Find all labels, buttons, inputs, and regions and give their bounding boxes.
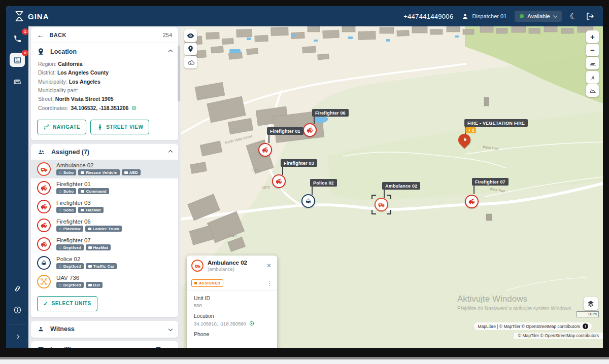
unit-name: Firefighter 06 bbox=[56, 219, 122, 225]
navigate-button[interactable]: NAVIGATE bbox=[37, 120, 86, 134]
marker-label-firefighter-01[interactable]: Firefighter 01 bbox=[267, 127, 303, 135]
type-tag: DJI bbox=[86, 282, 103, 288]
rail-info-button[interactable] bbox=[10, 303, 25, 317]
tilt-icon bbox=[589, 59, 597, 67]
marker-label-police-02[interactable]: Police 02 bbox=[310, 179, 337, 187]
info-icon bbox=[13, 306, 22, 314]
unit-popup: Ambulance 02 (ambulance) ✕ ASSIGNED ⋮ Un… bbox=[187, 256, 277, 348]
zoom-in-button[interactable]: + bbox=[586, 30, 599, 43]
availability-label: Available bbox=[527, 13, 550, 19]
unit-row-firefighter-03[interactable]: Firefighter 03 ⌂Soho HazMat bbox=[31, 197, 178, 216]
marker-leader bbox=[473, 186, 475, 194]
map-marker-firefighter-01[interactable] bbox=[258, 143, 272, 157]
witness-section-toggle[interactable]: Witness bbox=[31, 321, 178, 338]
unit-row-uav-736[interactable]: UAV 736 ⌂Deptford DJI bbox=[31, 272, 178, 291]
station-tag: ⌂Soho bbox=[56, 169, 76, 175]
filter-icon[interactable] bbox=[155, 346, 162, 348]
map-marker-firefighter-07[interactable] bbox=[465, 195, 479, 208]
coordinates-row: Coordinates: 34.106532, -118.351206 bbox=[38, 104, 171, 113]
unit-name: Firefighter 07 bbox=[56, 237, 111, 243]
log-title: Log (8) bbox=[50, 346, 155, 348]
kebab-menu-icon[interactable]: ⋮ bbox=[266, 280, 273, 286]
available-dot bbox=[520, 14, 524, 18]
rail-expand-button[interactable] bbox=[10, 330, 25, 344]
marker-label-firefighter-07[interactable]: Firefighter 07 bbox=[472, 178, 509, 186]
unit-id-field: Unit ID 500 bbox=[194, 295, 270, 308]
rail-divider bbox=[9, 324, 25, 324]
rail-incidents-button[interactable]: 2 bbox=[10, 53, 25, 67]
marker-label-ambulance-02[interactable]: Ambulance 02 bbox=[382, 182, 420, 190]
select-units-button[interactable]: ✓ SELECT UNITS bbox=[37, 296, 97, 311]
dark-mode-toggle[interactable]: ☾ bbox=[568, 11, 579, 22]
fire-unit-count-badge: 2 bbox=[465, 127, 476, 133]
house-number: 1870 bbox=[262, 186, 270, 189]
fire-truck-icon bbox=[37, 237, 51, 251]
log-section-toggle[interactable]: Log (8) bbox=[31, 341, 178, 348]
dispatcher-menu[interactable]: Dispatcher 01 bbox=[461, 13, 506, 20]
map-weather-button[interactable] bbox=[184, 56, 197, 68]
layers-button[interactable] bbox=[584, 297, 598, 310]
unit-name: Police 02 bbox=[56, 256, 117, 262]
zoom-out-button[interactable]: − bbox=[586, 44, 599, 56]
map-pin-tool-button[interactable] bbox=[184, 43, 197, 55]
panel-header: ← BACK 254 bbox=[31, 27, 178, 43]
ambulance-icon bbox=[191, 260, 204, 272]
terrain-button[interactable] bbox=[586, 84, 599, 97]
rail-calls-button[interactable]: 1 bbox=[10, 31, 25, 46]
assigned-section-toggle[interactable]: Assigned (7) bbox=[31, 144, 178, 160]
map-canvas[interactable]: North Vista Street West Trail West Trail… bbox=[181, 26, 603, 348]
map-marker-police-02[interactable] bbox=[301, 194, 315, 208]
selection-brackets bbox=[371, 195, 391, 214]
street-view-button[interactable]: STREET VIEW bbox=[90, 120, 149, 134]
marker-label-firefighter-06[interactable]: Firefighter 06 bbox=[312, 109, 349, 117]
unit-row-firefighter-07[interactable]: Firefighter 07 ⌂Deptford HazMat bbox=[31, 235, 178, 253]
flame-icon bbox=[461, 137, 468, 143]
map-marker-firefighter-06[interactable] bbox=[303, 123, 317, 137]
logout-icon[interactable] bbox=[586, 12, 595, 21]
location-title: Location bbox=[50, 48, 169, 55]
location-pin-icon bbox=[37, 48, 45, 55]
station-tag: ⌂Deptford bbox=[56, 244, 84, 250]
vehicle-icon bbox=[13, 77, 22, 86]
map-marker-firefighter-03[interactable] bbox=[272, 174, 286, 188]
rail-link-button[interactable] bbox=[10, 281, 25, 296]
type-tag: Rescue Vehicle bbox=[78, 169, 119, 175]
route-icon bbox=[43, 124, 50, 130]
ambulance-icon bbox=[37, 162, 51, 176]
screen-frame: GINA +447441449006 Dispatcher 01 Availab… bbox=[0, 0, 609, 364]
close-icon[interactable]: ✕ bbox=[265, 262, 273, 269]
unit-row-firefighter-01[interactable]: Firefighter 01 ⌂Soho Command bbox=[31, 178, 178, 197]
dispatcher-name: Dispatcher 01 bbox=[472, 13, 506, 19]
type-tag: HazMat bbox=[78, 207, 103, 213]
rail-units-button[interactable] bbox=[10, 74, 25, 88]
location-card: Location Region: California District: Lo… bbox=[31, 43, 178, 140]
bezel-strip bbox=[0, 359, 609, 364]
unit-row-firefighter-06[interactable]: Firefighter 06 ⌂Plaistow Ladder Truck bbox=[31, 216, 178, 235]
unit-row-ambulance-02[interactable]: Ambulance 02 ⌂Soho Rescue Vehicle AED bbox=[31, 160, 178, 178]
brand: GINA bbox=[14, 11, 49, 22]
type-tag: Command bbox=[78, 188, 109, 194]
flame-icon bbox=[467, 128, 471, 132]
marker-leader bbox=[312, 187, 313, 195]
type-tag: Traffic Car bbox=[86, 263, 117, 269]
station-tag: ⌂Soho bbox=[56, 188, 76, 194]
location-section-toggle[interactable]: Location bbox=[31, 43, 178, 59]
compass-button[interactable] bbox=[586, 71, 599, 84]
panel-scrollbar[interactable] bbox=[178, 46, 180, 101]
municipality-row: Municipality: Los Angeles bbox=[38, 78, 171, 86]
gps-target-icon[interactable] bbox=[249, 320, 255, 326]
marker-label-firefighter-03[interactable]: Firefighter 03 bbox=[281, 159, 317, 167]
phone-icon bbox=[13, 34, 22, 43]
attribution-info-icon[interactable]: i bbox=[583, 323, 588, 329]
availability-dropdown[interactable]: Available bbox=[515, 11, 561, 22]
map-attribution: MapLibre | © MapTiler © OpenStreetMap co… bbox=[474, 322, 592, 330]
incident-label-vegetation-fire[interactable]: FIRE - VEGETATION FIRE bbox=[464, 119, 528, 127]
eye-icon bbox=[186, 31, 195, 40]
map-visibility-button[interactable] bbox=[184, 29, 197, 42]
unit-row-police-02[interactable]: Police 02 ⌂Deptford Traffic Car bbox=[31, 253, 178, 272]
tilt-button[interactable] bbox=[586, 57, 599, 69]
back-button[interactable]: ← BACK bbox=[37, 31, 66, 39]
gps-target-icon[interactable] bbox=[131, 105, 137, 111]
fire-truck-icon bbox=[37, 200, 51, 213]
incident-list-icon bbox=[13, 56, 22, 64]
